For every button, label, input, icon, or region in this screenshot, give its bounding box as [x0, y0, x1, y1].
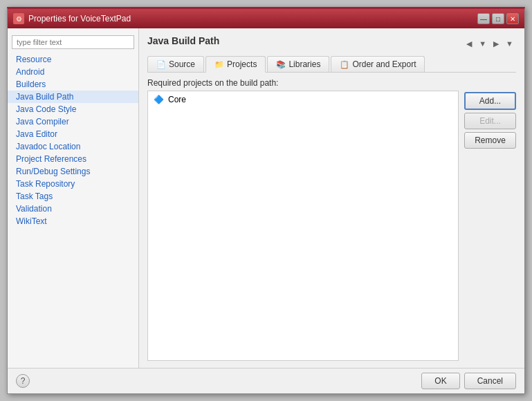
project-core-label: Core — [168, 95, 186, 104]
footer: ? OK Cancel — [8, 368, 524, 393]
sidebar-item-project-references[interactable]: Project References — [8, 153, 138, 165]
window-title: Properties for VoiceTextPad — [28, 14, 131, 24]
sidebar-item-builders[interactable]: Builders — [8, 78, 138, 91]
close-button[interactable]: ✕ — [506, 13, 519, 24]
tab-bar: 📄 Source 📁 Projects 📚 Libraries 📋 Order … — [147, 56, 516, 73]
nav-arrows: ◀ ▼ ▶ ▼ — [464, 38, 516, 50]
panel-body: Required projects on the build path: 🔷 C… — [147, 78, 516, 361]
project-item-core[interactable]: 🔷 Core — [149, 93, 457, 106]
sidebar-item-resource[interactable]: Resource — [8, 53, 138, 66]
sidebar-item-java-compiler[interactable]: Java Compiler — [8, 115, 138, 128]
side-buttons: Add... Edit... Remove — [464, 78, 516, 361]
help-button[interactable]: ? — [16, 374, 30, 388]
tab-projects[interactable]: 📁 Projects — [205, 56, 266, 73]
sidebar-item-java-editor[interactable]: Java Editor — [8, 128, 138, 140]
ok-button[interactable]: OK — [421, 373, 459, 389]
minimize-button[interactable]: — — [477, 13, 490, 24]
sidebar-item-java-code-style[interactable]: Java Code Style — [8, 103, 138, 115]
content-area: Resource Android Builders Java Build Pat… — [8, 28, 524, 368]
title-bar: ⚙ Properties for VoiceTextPad — □ ✕ — [8, 9, 524, 28]
tab-libraries[interactable]: 📚 Libraries — [267, 56, 329, 72]
nav-forward-icon[interactable]: ▶ — [490, 38, 502, 50]
sidebar-item-run-debug-settings[interactable]: Run/Debug Settings — [8, 165, 138, 178]
tab-order-export[interactable]: 📋 Order and Export — [331, 56, 425, 72]
filter-input[interactable] — [12, 35, 134, 49]
sidebar-item-wikitext[interactable]: WikiText — [8, 215, 138, 227]
projects-tab-icon: 📁 — [214, 60, 224, 69]
main-panel: Java Build Path ◀ ▼ ▶ ▼ 📄 Source 📁 Proje… — [139, 28, 524, 368]
project-list[interactable]: 🔷 Core — [147, 91, 459, 361]
libraries-tab-icon: 📚 — [276, 60, 286, 69]
sidebar: Resource Android Builders Java Build Pat… — [8, 28, 139, 368]
tab-projects-label: Projects — [227, 59, 257, 69]
projects-section: Required projects on the build path: 🔷 C… — [147, 78, 459, 361]
nav-dropdown-icon[interactable]: ▼ — [476, 38, 489, 49]
nav-back-icon[interactable]: ◀ — [464, 38, 475, 50]
title-bar-left: ⚙ Properties for VoiceTextPad — [13, 13, 131, 24]
sidebar-item-android[interactable]: Android — [8, 66, 138, 78]
title-buttons: — □ ✕ — [477, 13, 519, 24]
nav-forward-dropdown-icon[interactable]: ▼ — [503, 38, 516, 49]
project-core-icon: 🔷 — [154, 95, 164, 104]
page-title: Java Build Path — [147, 35, 219, 46]
order-export-tab-icon: 📋 — [340, 60, 349, 69]
tab-libraries-label: Libraries — [288, 59, 320, 69]
add-button[interactable]: Add... — [464, 92, 516, 110]
sidebar-item-task-tags[interactable]: Task Tags — [8, 190, 138, 203]
properties-window: ⚙ Properties for VoiceTextPad — □ ✕ Reso… — [7, 7, 525, 394]
tab-source-label: Source — [169, 59, 195, 69]
tab-order-export-label: Order and Export — [352, 59, 416, 69]
sidebar-item-validation[interactable]: Validation — [8, 203, 138, 215]
sidebar-item-javadoc-location[interactable]: Javadoc Location — [8, 140, 138, 153]
sidebar-item-task-repository[interactable]: Task Repository — [8, 178, 138, 190]
section-label: Required projects on the build path: — [147, 78, 459, 88]
footer-right: OK Cancel — [421, 373, 516, 389]
window-icon: ⚙ — [13, 13, 24, 24]
source-tab-icon: 📄 — [156, 60, 166, 69]
remove-button[interactable]: Remove — [464, 132, 516, 149]
sidebar-item-java-build-path[interactable]: Java Build Path — [8, 91, 138, 103]
edit-button[interactable]: Edit... — [464, 113, 516, 129]
footer-left: ? — [16, 374, 30, 388]
cancel-button[interactable]: Cancel — [464, 373, 516, 389]
tab-source[interactable]: 📄 Source — [147, 56, 204, 72]
maximize-button[interactable]: □ — [492, 13, 504, 24]
